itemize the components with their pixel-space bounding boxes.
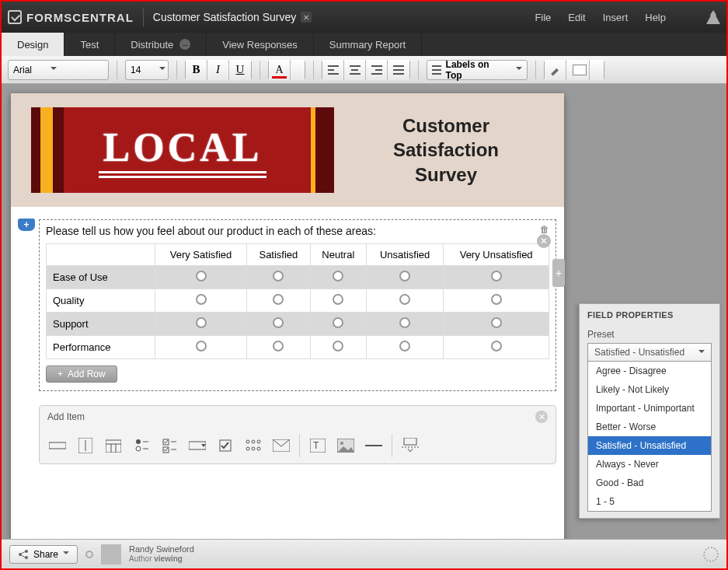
radio-option[interactable] xyxy=(399,341,410,351)
radio-option[interactable] xyxy=(399,317,410,328)
radio-option[interactable] xyxy=(491,317,502,328)
author-avatar[interactable] xyxy=(101,544,121,565)
preset-option[interactable]: Good - Bad xyxy=(588,474,711,492)
radio-option[interactable] xyxy=(273,294,284,305)
close-add-item-button[interactable]: ✕ xyxy=(535,411,548,423)
radio-option[interactable] xyxy=(333,271,343,282)
col-header[interactable]: Satisfied xyxy=(247,244,311,266)
radio-option[interactable] xyxy=(399,271,410,282)
plus-icon: + xyxy=(57,369,63,379)
text-color-button[interactable]: A xyxy=(269,60,291,80)
font-family-select[interactable]: Arial xyxy=(8,60,109,80)
svg-point-27 xyxy=(340,442,343,445)
preset-option[interactable]: 1 - 5 xyxy=(588,492,711,511)
row-label[interactable]: Performance xyxy=(47,336,155,359)
text-color-group: A xyxy=(268,60,305,80)
menu-edit[interactable]: Edit xyxy=(568,12,585,23)
add-item-label: Add Item xyxy=(47,411,85,422)
tab-summary-report[interactable]: Summary Report xyxy=(314,33,422,56)
add-column-button[interactable]: + xyxy=(552,259,565,287)
document-title: Customer Satisfaction Survey ✕ xyxy=(153,11,312,23)
email-field-icon[interactable] xyxy=(271,436,291,455)
radio-option[interactable] xyxy=(273,341,284,351)
apps-grid-icon[interactable] xyxy=(681,10,695,24)
radio-option[interactable] xyxy=(491,271,502,282)
radio-option[interactable] xyxy=(333,294,343,305)
labels-position-select[interactable]: Labels on Top xyxy=(427,60,528,80)
close-document-button[interactable]: ✕ xyxy=(301,12,312,23)
preset-option[interactable]: Agree - Disagree xyxy=(588,362,711,380)
svg-text:T: T xyxy=(313,440,319,451)
radio-option[interactable] xyxy=(273,271,284,282)
formatted-text-icon[interactable]: T xyxy=(308,436,328,455)
preset-option[interactable]: Always - Never xyxy=(588,455,711,474)
question-text[interactable]: Please tell us how you feel about our pr… xyxy=(46,225,549,237)
preset-dropdown: Agree - Disagree Likely - Not Likely Imp… xyxy=(587,362,712,512)
preset-option[interactable]: Satisfied - Unsatisfied xyxy=(588,436,711,455)
radio-option[interactable] xyxy=(333,341,343,351)
col-header[interactable]: Very Unsatisfied xyxy=(444,244,549,266)
row-label[interactable]: Support xyxy=(47,313,155,336)
menu-help[interactable]: Help xyxy=(645,12,666,23)
page-break-icon[interactable] xyxy=(400,436,420,455)
single-line-field-icon[interactable] xyxy=(47,436,68,455)
tab-test[interactable]: Test xyxy=(64,33,115,56)
add-field-handle[interactable]: + xyxy=(18,219,35,231)
radio-option[interactable] xyxy=(196,341,207,351)
radio-option[interactable] xyxy=(333,317,343,328)
delete-column-button[interactable]: ✕ xyxy=(537,234,551,248)
row-label[interactable]: Ease of Use xyxy=(47,266,155,289)
menu-insert[interactable]: Insert xyxy=(603,12,629,23)
svg-point-17 xyxy=(246,440,249,443)
preset-option[interactable]: Likely - Not Likely xyxy=(588,380,711,399)
rating-grid-icon[interactable] xyxy=(243,436,263,455)
tab-distribute[interactable]: Distribute– xyxy=(115,33,207,56)
preset-option[interactable]: Better - Worse xyxy=(588,418,711,436)
user-account-icon[interactable] xyxy=(706,10,720,24)
underline-button[interactable]: U xyxy=(229,60,251,80)
dropdown-field-icon[interactable] xyxy=(187,436,207,455)
bold-button[interactable]: B xyxy=(186,60,207,80)
preset-option[interactable]: Important - Unimportant xyxy=(588,399,711,418)
radio-option[interactable] xyxy=(196,317,207,328)
align-right-button[interactable] xyxy=(366,60,388,80)
text-color-caret[interactable] xyxy=(291,60,305,80)
fill-color-swatch[interactable] xyxy=(566,60,590,80)
menu-file[interactable]: File xyxy=(535,12,551,23)
radio-option[interactable] xyxy=(399,294,410,305)
horizontal-line-icon[interactable] xyxy=(364,436,384,455)
align-center-button[interactable] xyxy=(344,60,366,80)
title-icons xyxy=(681,10,720,24)
radio-option[interactable] xyxy=(491,341,502,351)
font-size-select[interactable]: 14 xyxy=(125,60,169,80)
fill-color-caret[interactable] xyxy=(590,60,604,80)
radio-option[interactable] xyxy=(196,294,207,305)
single-checkbox-icon[interactable] xyxy=(215,436,235,455)
radio-option[interactable] xyxy=(491,294,502,305)
align-left-button[interactable] xyxy=(322,60,344,80)
checkbox-field-icon[interactable] xyxy=(159,436,179,455)
align-justify-button[interactable] xyxy=(388,60,409,80)
form-header[interactable]: LOCAL Customer Satisfaction Survey xyxy=(11,93,564,207)
share-button[interactable]: Share xyxy=(9,545,78,564)
radio-field-icon[interactable] xyxy=(131,436,152,455)
date-field-icon[interactable] xyxy=(103,436,124,455)
radio-option[interactable] xyxy=(273,317,284,328)
field-properties-panel: FIELD PROPERTIES Preset Satisfied - Unsa… xyxy=(579,303,720,519)
eyedropper-button[interactable] xyxy=(545,60,566,80)
rating-grid-field[interactable]: + 🗑 Please tell us how you feel about ou… xyxy=(39,219,556,391)
text-field-icon[interactable] xyxy=(75,436,96,455)
tab-view-responses[interactable]: View Responses xyxy=(207,33,314,56)
col-header[interactable]: Neutral xyxy=(310,244,366,266)
col-header[interactable]: Unsatisfied xyxy=(366,244,443,266)
italic-button[interactable]: I xyxy=(207,60,229,80)
col-header[interactable]: Very Satisfied xyxy=(155,244,247,266)
radio-option[interactable] xyxy=(196,271,207,282)
row-label[interactable]: Quality xyxy=(47,289,155,313)
preset-select[interactable]: Satisfied - Unsatisfied xyxy=(587,343,712,362)
image-icon[interactable] xyxy=(336,436,356,455)
form-title[interactable]: Customer Satisfaction Survey xyxy=(348,114,544,187)
tab-design[interactable]: Design xyxy=(2,33,64,56)
distribute-status-icon: – xyxy=(179,39,190,50)
add-row-button[interactable]: +Add Row xyxy=(46,365,117,383)
